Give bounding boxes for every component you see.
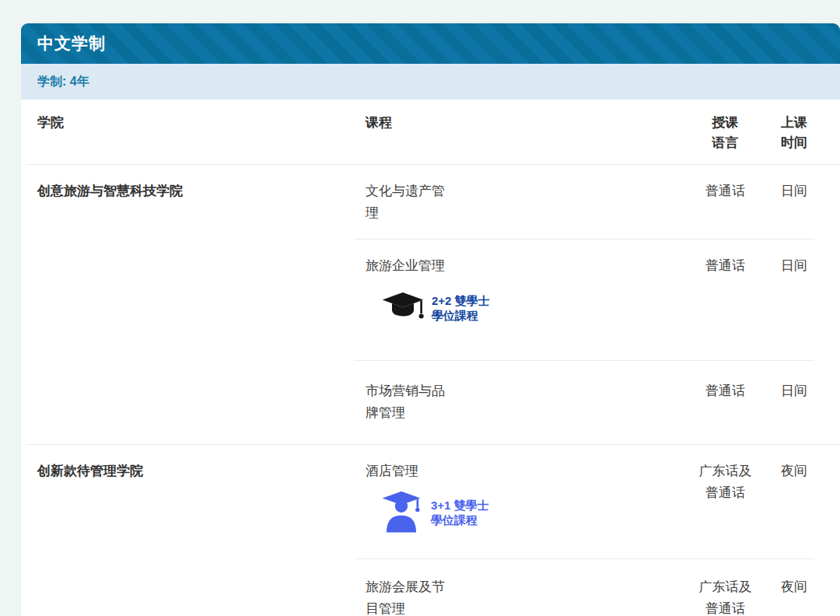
- badge-line2: 學位課程: [432, 308, 490, 323]
- course-row: 市场营销与品牌管理 普通话 日间: [354, 360, 814, 444]
- course-time: 日间: [774, 380, 814, 424]
- header-time: 上课 时间: [774, 113, 814, 153]
- college-name: 创意旅游与智慧科技学院: [26, 165, 354, 444]
- header-language: 授课 语言: [677, 113, 774, 153]
- course-time: 日间: [774, 255, 814, 325]
- graduation-cap-icon: [381, 291, 425, 325]
- course-name: 旅游会展及节目管理: [354, 576, 453, 616]
- graduate-icon: [379, 490, 424, 535]
- badge-line2: 學位課程: [431, 513, 489, 527]
- course-language: 广东话及 普通话: [677, 576, 774, 616]
- course-time: 夜间: [774, 460, 814, 535]
- course-language: 普通话: [677, 255, 774, 325]
- badge-text: 3+1 雙學士 學位課程: [431, 498, 489, 527]
- course-name: 文化与遗产管理: [354, 180, 453, 224]
- course-row: 酒店管理 3+1 雙學士 學位課程: [354, 445, 814, 558]
- course-language: 普通话: [677, 180, 774, 224]
- course-row: 文化与遗产管理 普通话 日间: [354, 165, 814, 239]
- program-section-card: 中文学制 学制: 4年 学院 课程 授课 语言 上课 时间 创意旅游与智慧科技学…: [21, 23, 840, 616]
- college-name: 创新款待管理学院: [26, 445, 354, 616]
- badge-line1: 2+2 雙學士: [432, 293, 490, 308]
- course-row: 旅游会展及节目管理 广东话及 普通话 夜间: [354, 558, 814, 616]
- badge-line1: 3+1 雙學士: [431, 498, 489, 513]
- course-name: 旅游企业管理: [354, 255, 453, 277]
- course-language: 普通话: [677, 380, 774, 424]
- duration-label: 学制: 4年: [37, 74, 89, 90]
- header-college: 学院: [26, 113, 354, 153]
- course-list: 酒店管理 3+1 雙學士 學位課程: [354, 445, 814, 616]
- section-header[interactable]: 中文学制: [21, 23, 840, 64]
- duration-bar: 学制: 4年: [21, 64, 840, 100]
- college-group: 创意旅游与智慧科技学院 文化与遗产管理 普通话 日间 旅游企业管理: [26, 165, 840, 444]
- course-name: 酒店管理: [354, 460, 453, 482]
- dual-degree-2plus2-badge[interactable]: 2+2 雙學士 學位課程: [381, 291, 490, 325]
- section-title: 中文学制: [37, 33, 106, 54]
- course-language: 广东话及 普通话: [677, 460, 774, 535]
- table-header-row: 学院 课程 授课 语言 上课 时间: [26, 100, 840, 165]
- programs-table: 学院 课程 授课 语言 上课 时间 创意旅游与智慧科技学院 文化与遗产管理 普通…: [21, 100, 840, 616]
- course-list: 文化与遗产管理 普通话 日间 旅游企业管理: [354, 165, 814, 444]
- course-time: 夜间: [774, 576, 814, 616]
- college-group: 创新款待管理学院 酒店管理: [26, 444, 840, 616]
- badge-text: 2+2 雙學士 學位課程: [432, 293, 490, 323]
- header-course: 课程: [354, 113, 677, 153]
- course-time: 日间: [774, 180, 814, 224]
- dual-degree-3plus1-badge[interactable]: 3+1 雙學士 學位課程: [379, 490, 489, 535]
- course-row: 旅游企业管理 2+2 雙學士 學位課程: [354, 239, 814, 360]
- course-name: 市场营销与品牌管理: [354, 380, 453, 424]
